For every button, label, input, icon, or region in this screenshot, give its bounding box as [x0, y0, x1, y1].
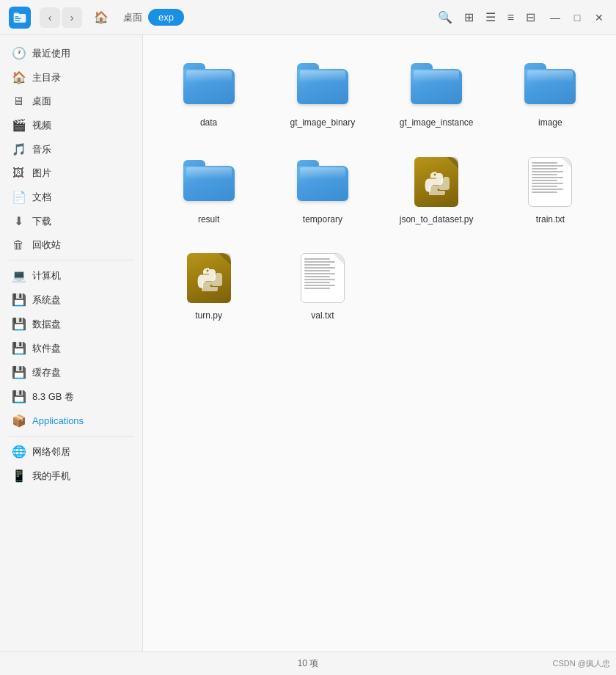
file-item-gt-image-instance[interactable]: gt_image_instance — [383, 47, 491, 138]
file-item-val-txt[interactable]: val.txt — [268, 240, 376, 331]
sidebar-item-system[interactable]: 💾 系统盘 — [0, 288, 142, 312]
file-name: image — [538, 117, 562, 129]
sidebar-item-data[interactable]: 💾 数据盘 — [0, 312, 142, 336]
sidebar-item-phone[interactable]: 📱 我的手机 — [0, 464, 142, 488]
sidebar-label: 我的手机 — [32, 470, 70, 483]
sidebar-item-music[interactable]: 🎵 音乐 — [0, 137, 142, 161]
svg-rect-2 — [15, 16, 18, 17]
python-icon-wrap — [183, 252, 235, 304]
txt-icon-wrap — [296, 252, 349, 304]
file-item-train-txt[interactable]: train.txt — [496, 144, 604, 235]
folder-icon-wrap — [410, 59, 463, 112]
pictures-icon: 🖼 — [12, 167, 25, 180]
nav-forward-button[interactable]: › — [62, 7, 82, 28]
folder-icon-wrap — [183, 156, 235, 208]
file-item-image[interactable]: image — [496, 47, 604, 138]
maximize-button[interactable]: □ — [569, 10, 585, 26]
sidebar-label: 主目录 — [32, 71, 61, 84]
file-item-turn-py[interactable]: turn.py — [155, 240, 263, 331]
breadcrumb-parent[interactable]: 桌面 — [123, 11, 142, 24]
search-icon[interactable]: 🔍 — [438, 10, 452, 24]
trash-icon: 🗑 — [12, 238, 25, 252]
file-item-result[interactable]: result — [155, 144, 263, 235]
home-button[interactable]: 🏠 — [91, 7, 111, 28]
sidebar-label: 音乐 — [32, 143, 51, 156]
sidebar-label: 图片 — [32, 167, 51, 180]
desktop-icon: 🖥 — [12, 95, 25, 108]
svg-rect-3 — [15, 18, 21, 18]
breadcrumb-current[interactable]: exp — [148, 9, 184, 26]
sidebar-label: 下载 — [32, 215, 51, 228]
sidebar: 🕐 最近使用 🏠 主目录 🖥 桌面 🎬 视频 🎵 音乐 🖼 图片 📄 文档 ⬇ — [0, 35, 143, 652]
sidebar-item-pictures[interactable]: 🖼 图片 — [0, 161, 142, 185]
sidebar-item-vol[interactable]: 💾 8.3 GB 卷 — [0, 384, 142, 409]
logo-icon — [12, 10, 27, 25]
txt-icon — [528, 157, 572, 207]
app-logo — [9, 7, 31, 29]
txt-icon — [301, 253, 345, 303]
folder-icon-wrap — [524, 59, 576, 112]
file-item-temporary[interactable]: temporary — [268, 144, 376, 235]
svg-rect-4 — [15, 20, 20, 21]
python-icon-wrap — [410, 156, 463, 208]
sidebar-label: 缓存盘 — [32, 366, 61, 379]
file-grid: data gt_image_binary — [155, 47, 604, 331]
sidebar-divider-2 — [9, 436, 133, 437]
view-list-icon[interactable]: ☰ — [485, 10, 496, 24]
close-button[interactable]: ✕ — [591, 10, 607, 26]
downloads-icon: ⬇ — [12, 214, 25, 228]
cache-icon: 💾 — [12, 365, 25, 379]
sidebar-label: 文档 — [32, 191, 51, 204]
folder-icon — [183, 160, 235, 204]
breadcrumb: 桌面 exp — [123, 9, 432, 26]
file-name: temporary — [303, 214, 342, 226]
file-item-json-to-dataset[interactable]: json_to_dataset.py — [383, 144, 491, 235]
sidebar-label: Applications — [32, 415, 84, 426]
folder-icon-wrap — [296, 156, 349, 208]
sidebar-item-network[interactable]: 🌐 网络邻居 — [0, 439, 142, 464]
nav-back-button[interactable]: ‹ — [40, 7, 60, 28]
file-area: data gt_image_binary — [143, 35, 616, 652]
sidebar-item-applications[interactable]: 📦 Applications — [0, 409, 142, 433]
folder-icon — [411, 63, 462, 107]
file-item-data[interactable]: data — [155, 47, 263, 138]
sidebar-item-software[interactable]: 💾 软件盘 — [0, 336, 142, 360]
home-icon: 🏠 — [12, 70, 25, 84]
main-layout: 🕐 最近使用 🏠 主目录 🖥 桌面 🎬 视频 🎵 音乐 🖼 图片 📄 文档 ⬇ — [0, 35, 616, 652]
minimize-button[interactable]: — — [547, 10, 563, 26]
folder-icon-wrap — [296, 59, 349, 112]
folder-icon — [297, 63, 348, 107]
view-detail-icon[interactable]: ≡ — [507, 11, 514, 24]
sidebar-item-cache[interactable]: 💾 缓存盘 — [0, 360, 142, 384]
sidebar-label: 最近使用 — [32, 47, 70, 60]
computer-icon: 💻 — [12, 269, 25, 282]
sidebar-item-videos[interactable]: 🎬 视频 — [0, 113, 142, 137]
sidebar-item-documents[interactable]: 📄 文档 — [0, 185, 142, 209]
sidebar-item-downloads[interactable]: ⬇ 下载 — [0, 209, 142, 233]
file-name: val.txt — [311, 310, 334, 322]
file-item-gt-image-binary[interactable]: gt_image_binary — [268, 47, 376, 138]
sidebar-item-recent[interactable]: 🕐 最近使用 — [0, 41, 142, 65]
sidebar-label: 软件盘 — [32, 342, 61, 355]
file-name: turn.py — [195, 310, 222, 322]
software-icon: 💾 — [12, 341, 25, 355]
sidebar-item-home[interactable]: 🏠 主目录 — [0, 65, 142, 90]
view-grid-icon[interactable]: ⊞ — [464, 10, 474, 24]
view-compact-icon[interactable]: ⊟ — [526, 10, 535, 24]
titlebar-actions: 🔍 ⊞ ☰ ≡ ⊟ — [438, 10, 535, 24]
phone-icon: 📱 — [12, 469, 25, 483]
titlebar: ‹ › 🏠 桌面 exp 🔍 ⊞ ☰ ≡ ⊟ — □ ✕ — [0, 0, 616, 35]
window-controls: — □ ✕ — [547, 10, 607, 26]
folder-icon — [297, 160, 348, 204]
status-count: 10 项 — [298, 657, 319, 670]
statusbar: 10 项 — [0, 652, 616, 675]
sidebar-item-desktop[interactable]: 🖥 桌面 — [0, 90, 142, 113]
vol-icon: 💾 — [12, 390, 25, 404]
sidebar-label: 系统盘 — [32, 293, 61, 307]
file-name: gt_image_instance — [400, 117, 474, 129]
system-icon: 💾 — [12, 293, 25, 307]
sidebar-item-trash[interactable]: 🗑 回收站 — [0, 233, 142, 257]
music-icon: 🎵 — [12, 142, 25, 156]
network-icon: 🌐 — [12, 445, 25, 459]
sidebar-item-computer[interactable]: 💻 计算机 — [0, 263, 142, 288]
